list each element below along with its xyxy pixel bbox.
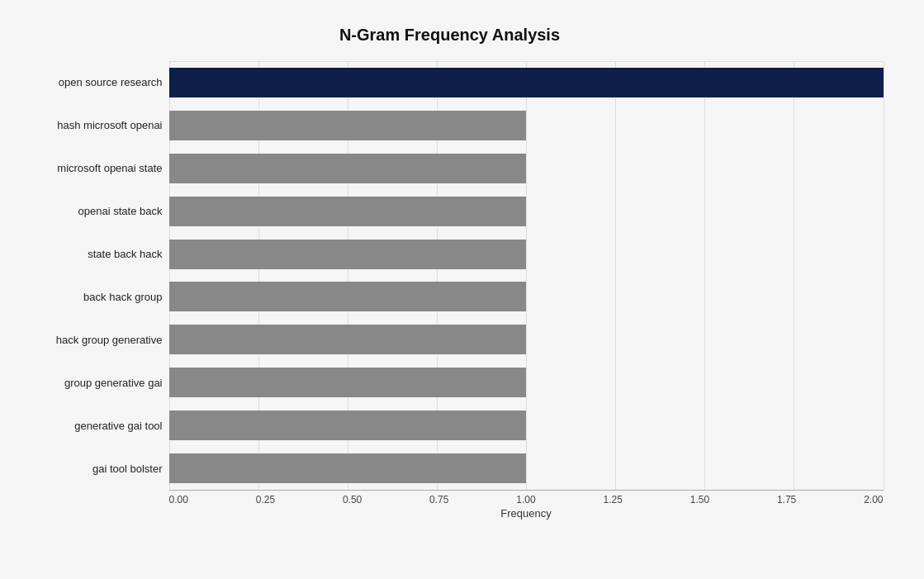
x-tick: 0.75 xyxy=(429,494,448,505)
y-label: gai tool bolster xyxy=(17,448,163,491)
bar-row xyxy=(169,62,884,105)
x-tick: 0.50 xyxy=(343,494,362,505)
y-label: openai state back xyxy=(17,190,163,233)
bar xyxy=(169,68,884,97)
bar xyxy=(169,282,527,311)
y-label: generative gai tool xyxy=(17,405,163,448)
bars-and-grid xyxy=(169,61,884,491)
chart-title: N-Gram Frequency Analysis xyxy=(17,26,884,45)
grid-and-bars xyxy=(169,62,884,490)
y-label: hack group generative xyxy=(17,319,163,362)
y-label: back hack group xyxy=(17,276,163,319)
x-axis-label: Frequency xyxy=(169,507,884,520)
bar-row xyxy=(169,361,884,404)
chart-container: N-Gram Frequency Analysis open source re… xyxy=(8,9,917,571)
bar-row xyxy=(169,447,884,490)
y-label: microsoft openai state xyxy=(17,147,163,190)
bar-row xyxy=(169,318,884,361)
y-label: state back hack xyxy=(17,233,163,276)
bar xyxy=(169,111,527,140)
chart-area: open source researchhash microsoft opena… xyxy=(17,61,884,507)
bar xyxy=(169,411,527,440)
x-tick: 1.75 xyxy=(777,494,796,505)
bar-row xyxy=(169,233,884,276)
x-tick: 0.25 xyxy=(256,494,275,505)
y-labels: open source researchhash microsoft opena… xyxy=(17,61,169,491)
bar-row xyxy=(169,190,884,233)
bar xyxy=(169,197,527,226)
grid-line xyxy=(884,62,884,490)
bar-row xyxy=(169,104,884,147)
bar-rows xyxy=(169,62,884,490)
x-axis: 0.000.250.500.751.001.251.501.752.00 Fre… xyxy=(169,491,884,520)
y-label: group generative gai xyxy=(17,362,163,405)
bar-row xyxy=(169,147,884,190)
x-tick: 1.00 xyxy=(516,494,535,505)
x-tick: 0.00 xyxy=(169,494,188,505)
y-label: hash microsoft openai xyxy=(17,104,163,147)
bars-section: open source researchhash microsoft opena… xyxy=(17,61,884,491)
bar-row xyxy=(169,404,884,447)
bar xyxy=(169,368,527,397)
bar xyxy=(169,453,527,483)
x-tick: 1.50 xyxy=(690,494,709,505)
x-tick: 1.25 xyxy=(604,494,623,505)
bar-row xyxy=(169,275,884,318)
y-label: open source research xyxy=(17,61,163,104)
bar xyxy=(169,325,527,354)
bar xyxy=(169,154,527,183)
x-ticks: 0.000.250.500.751.001.251.501.752.00 xyxy=(169,491,884,505)
x-tick: 2.00 xyxy=(864,494,883,505)
bar xyxy=(169,240,527,269)
